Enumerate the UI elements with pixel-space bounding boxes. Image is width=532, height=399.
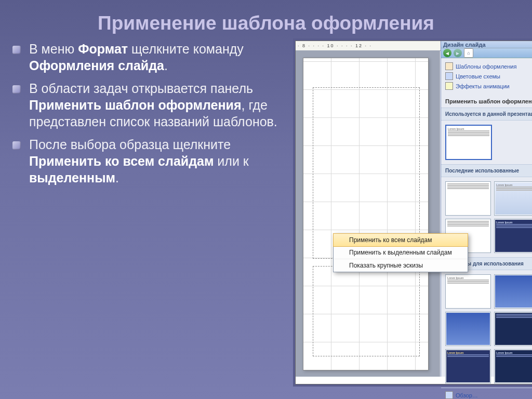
bullet-icon — [12, 46, 21, 54]
bullet-icon — [12, 141, 21, 150]
thumbs-current: Lorem Ipsum — [441, 121, 532, 164]
task-pane-title: Дизайн слайда — [443, 42, 486, 48]
ctx-apply-selected[interactable]: Применить к выделенным слайдам — [334, 246, 468, 259]
bullet-text: После выбора образца щелкните Применить … — [29, 136, 288, 186]
template-thumb[interactable]: Lorem Ipsum — [494, 349, 532, 383]
embedded-screenshot: · 8 · · · · 10 · · · · 12 · · Дизайн сла… — [295, 41, 532, 384]
template-thumb[interactable]: Lorem Ipsum — [445, 349, 491, 383]
task-pane-header: Дизайн слайда ▾ × — [441, 41, 532, 48]
color-icon — [445, 72, 453, 80]
link-color-schemes[interactable]: Цветовые схемы — [445, 71, 532, 81]
task-pane-footer: Обзор… — [441, 388, 532, 399]
template-thumb[interactable] — [445, 312, 491, 346]
bullet-item: В области задач открывается панель Приме… — [12, 80, 288, 130]
bullet-item: В меню Формат щелкните команду Оформлени… — [12, 41, 288, 74]
ctx-apply-all[interactable]: Применить ко всем слайдам — [333, 233, 468, 247]
bullet-text: В области задач открывается панель Приме… — [29, 80, 288, 130]
template-thumb[interactable] — [494, 274, 532, 309]
ctx-show-large[interactable]: Показать крупные эскизы — [334, 259, 468, 272]
template-thumb[interactable]: Lorem Ipsum — [494, 181, 532, 216]
link-templates[interactable]: Шаблоны оформления — [445, 61, 532, 71]
placeholder-box — [313, 266, 420, 356]
section-recent: Последние использованные — [441, 164, 532, 177]
task-pane-nav: ◄ ► ⌂ — [441, 48, 532, 58]
link-animation[interactable]: Эффекты анимации — [445, 81, 532, 91]
context-menu: Применить ко всем слайдам Применить к вы… — [333, 233, 468, 272]
anim-icon — [445, 82, 453, 90]
template-thumb[interactable] — [494, 312, 532, 346]
task-pane: Дизайн слайда ▾ × ◄ ► ⌂ Шаблоны оформлен… — [441, 41, 532, 377]
nav-back-icon[interactable]: ◄ — [443, 49, 451, 57]
template-thumb[interactable]: Lorem Ipsum — [445, 125, 492, 160]
screenshot-column: · 8 · · · · 10 · · · · 12 · · Дизайн сла… — [295, 41, 527, 383]
task-pane-links: Шаблоны оформления Цветовые схемы Эффект… — [441, 58, 532, 94]
thumbs-available: Lorem Ipsum Lorem Ipsum Lorem Ipsum — [441, 270, 532, 388]
browse-link[interactable]: Обзор… — [456, 392, 478, 398]
template-thumb[interactable]: Lorem Ipsum — [494, 219, 532, 253]
slide: Применение шаблона оформления В меню Фор… — [0, 0, 532, 399]
template-thumb[interactable] — [445, 181, 491, 216]
template-icon — [445, 62, 453, 70]
nav-forward-icon[interactable]: ► — [454, 49, 462, 57]
bullet-icon — [12, 85, 21, 94]
content-row: В меню Формат щелкните команду Оформлени… — [0, 41, 532, 383]
slide-title: Применение шаблона оформления — [0, 0, 532, 41]
apply-header: Применить шаблон оформления: — [441, 94, 532, 108]
text-column: В меню Формат щелкните команду Оформлени… — [12, 41, 295, 383]
bullet-text: В меню Формат щелкните команду Оформлени… — [29, 41, 288, 74]
bullet-item: После выбора образца щелкните Применить … — [12, 136, 288, 186]
slide-page — [303, 58, 429, 370]
section-current: Используется в данной презентации — [441, 108, 532, 121]
slide-canvas — [296, 50, 440, 377]
template-thumb[interactable]: Lorem Ipsum — [445, 274, 491, 309]
browse-icon — [445, 391, 453, 399]
nav-home-icon[interactable]: ⌂ — [464, 48, 473, 58]
